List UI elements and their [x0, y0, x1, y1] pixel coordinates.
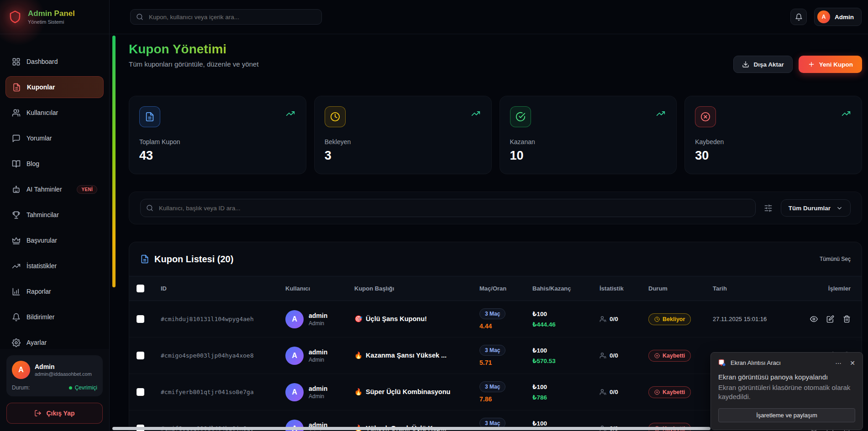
trending-up-icon: [286, 109, 295, 118]
stat-card-pending: Bekleyen 3: [314, 96, 492, 174]
horizontal-scrollbar[interactable]: [112, 427, 710, 430]
filter-sliders-icon[interactable]: [764, 204, 773, 213]
bet-amount: ₺100: [532, 420, 600, 427]
payout-amount: ₺570.53: [532, 357, 600, 364]
profile-email: admin@iddaasohbet.com: [35, 371, 92, 377]
table-row: #cmihduj810131l104wpyg4aeh A admin Admin…: [129, 301, 862, 338]
stat-label: Kazanan: [510, 138, 667, 145]
coupon-file-icon: [12, 83, 21, 92]
check-circle-icon: [516, 112, 526, 122]
table-search-input[interactable]: [140, 199, 756, 217]
comments-icon: [12, 134, 21, 143]
toast-close-icon[interactable]: ✕: [850, 359, 855, 367]
status-filter-dropdown[interactable]: Tüm Durumlar: [781, 199, 851, 217]
user-role: Admin: [309, 393, 327, 400]
sidebar-item-blog[interactable]: Blog: [5, 153, 104, 175]
odds-value: 4.44: [479, 322, 532, 330]
table-search: [140, 199, 756, 217]
trending-up-icon: [12, 262, 21, 270]
list-file-icon: [140, 254, 149, 264]
coupon-id: #cmihduj810131l104wpyg4aeh: [161, 316, 285, 322]
file-icon: [145, 112, 155, 122]
search-icon: [136, 13, 143, 21]
username: admin: [309, 348, 327, 356]
user-role: Admin: [309, 357, 327, 363]
sidebar-item-kuponlar[interactable]: Kuponlar: [5, 76, 104, 98]
export-button[interactable]: Dışa Aktar: [733, 56, 792, 73]
odds-value: 7.86: [479, 395, 532, 403]
edit-button[interactable]: [826, 315, 834, 323]
bet-amount: ₺100: [532, 383, 600, 390]
sidebar-item-istatistikler[interactable]: İstatistikler: [5, 255, 104, 277]
clock-icon: [330, 112, 340, 122]
shield-logo-icon: [8, 10, 22, 24]
coupon-id: #cmigo4spe003ljp04hya4xoe8: [161, 352, 285, 359]
sidebar-item-yorumlar[interactable]: Yorumlar: [5, 127, 104, 149]
toast-app-name: Ekran Alıntısı Aracı: [731, 359, 781, 366]
users-icon: [600, 316, 606, 322]
stat-value: 0/0: [610, 316, 618, 322]
status-label: Durum:: [12, 384, 30, 391]
table-title: Kupon Listesi (20): [154, 254, 233, 265]
stat-value: 3: [325, 149, 481, 163]
toast-message: Ekran görüntüsü panoya kopyalandı: [718, 373, 855, 381]
snipping-tool-icon: [718, 359, 726, 367]
toast-more-button[interactable]: ⋯: [835, 359, 842, 367]
book-open-icon: [12, 160, 21, 168]
new-coupon-button[interactable]: Yeni Kupon: [799, 56, 862, 73]
snipping-tool-toast: Ekran Alıntısı Aracı ⋯ ✕ Ekran görüntüsü…: [710, 352, 863, 430]
trending-up-icon: [656, 109, 665, 118]
user-chip[interactable]: A Admin: [814, 8, 862, 26]
stat-value: 0/0: [610, 389, 618, 395]
global-search: [130, 9, 322, 25]
bet-amount: ₺100: [532, 347, 600, 354]
sidebar-item-ai-tahminler[interactable]: AI Tahminler YENİ: [5, 178, 104, 200]
logout-icon: [34, 410, 42, 417]
delete-button[interactable]: [843, 315, 851, 323]
coupon-emoji: 🔥: [354, 352, 363, 359]
sidebar-item-tahminciler[interactable]: Tahmincilar: [5, 204, 104, 226]
row-checkbox[interactable]: [137, 352, 144, 359]
coupon-title: 🔥Kazanma Şansı Yüksek ...: [354, 352, 479, 359]
app-title: Admin Panel: [28, 9, 75, 18]
sidebar-item-dashboard[interactable]: Dashboard: [5, 51, 104, 73]
markup-share-button[interactable]: İşaretleme ve paylaşım: [718, 408, 855, 422]
select-all-checkbox[interactable]: [137, 285, 144, 292]
status-badge: Bekliyor: [648, 313, 691, 325]
username: admin: [309, 385, 327, 392]
admin-panel-app: Admin Panel Yönetim Sistemi Dashboard Ku…: [0, 0, 868, 431]
users-icon: [12, 109, 21, 117]
bell-icon: [795, 13, 803, 21]
select-all-label[interactable]: Tümünü Seç: [820, 256, 851, 262]
gear-icon: [12, 338, 21, 347]
sidebar-bottom-panel: A Admin admin@iddaasohbet.com Durum: Çev…: [0, 349, 109, 431]
logout-button[interactable]: Çıkış Yap: [6, 403, 103, 424]
users-icon: [600, 352, 606, 359]
stat-value: 43: [139, 149, 296, 163]
plus-icon: [808, 61, 815, 68]
logo: Admin Panel Yönetim Sistemi: [0, 0, 109, 34]
stat-value: 30: [695, 149, 852, 163]
user-role: Admin: [309, 320, 327, 327]
row-checkbox[interactable]: [137, 388, 144, 396]
avatar: A: [285, 310, 304, 328]
match-count-pill: 3 Maç: [479, 381, 505, 392]
match-count-pill: 3 Maç: [479, 345, 505, 356]
crown-icon: [12, 236, 21, 245]
sidebar: Admin Panel Yönetim Sistemi Dashboard Ku…: [0, 0, 110, 431]
trending-up-icon: [842, 109, 851, 118]
avatar: A: [285, 347, 304, 365]
notifications-button[interactable]: [790, 9, 807, 25]
sidebar-item-basvurular[interactable]: Başvurular: [5, 229, 104, 251]
sidebar-item-kullanicilar[interactable]: Kullanıcılar: [5, 102, 104, 124]
stat-card-lost: Kaybeden 30: [684, 96, 862, 174]
global-search-input[interactable]: [130, 9, 322, 25]
search-icon: [146, 204, 153, 212]
row-checkbox[interactable]: [137, 315, 144, 323]
view-button[interactable]: [810, 315, 818, 323]
table-header-row: ID Kullanıcı Kupon Başlığı Maç/Oran Bahi…: [129, 276, 862, 301]
stat-card-total: Toplam Kupon 43: [129, 96, 306, 174]
trending-up-icon: [471, 109, 480, 118]
sidebar-item-raporlar[interactable]: Raporlar: [5, 280, 104, 302]
sidebar-item-bildirimler[interactable]: Bildirimler: [5, 306, 104, 328]
